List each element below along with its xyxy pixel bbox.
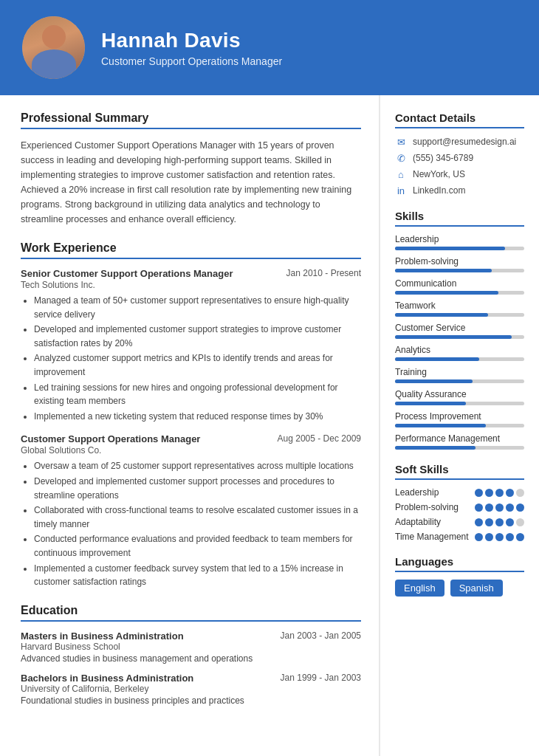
bullet-item: Led training sessions for new hires and … [34, 381, 361, 408]
skill-item: Analytics [395, 345, 524, 361]
job-company: Tech Solutions Inc. [21, 280, 361, 290]
job-header: Customer Support Operations Manager Aug … [21, 433, 361, 444]
edu-school: Harvard Business School [21, 642, 361, 652]
skill-name: Communication [395, 278, 524, 289]
header-text: Hannah Davis Customer Support Operations… [101, 29, 282, 67]
summary-title: Professional Summary [21, 111, 361, 129]
skill-bar-fill [395, 247, 505, 250]
skill-item: Communication [395, 278, 524, 295]
skill-dot [475, 504, 483, 512]
edu-school: University of California, Berkeley [21, 684, 361, 694]
contact-text: support@resumedesign.ai [413, 137, 516, 147]
contact-text: LinkedIn.com [413, 185, 465, 196]
edu-header: Masters in Business Administration Jan 2… [21, 630, 361, 642]
skill-item: Problem-solving [395, 256, 524, 272]
skill-bar-bg [395, 335, 524, 339]
skill-item: Performance Management [395, 433, 524, 450]
skill-bar-fill [395, 313, 488, 317]
skill-name: Process Improvement [395, 411, 524, 422]
skill-item: Training [395, 367, 524, 383]
skill-dot [506, 533, 514, 541]
skill-name: Quality Assurance [395, 389, 524, 399]
skill-bar-bg [395, 424, 524, 427]
work-experience-section: Work Experience Senior Customer Support … [21, 241, 361, 589]
bullet-item: Collaborated with cross-functional teams… [34, 504, 361, 531]
right-column: Contact Details ✉ support@resumedesign.a… [380, 95, 539, 756]
skill-dot [495, 489, 504, 497]
soft-skills-container: Leadership Problem-solving Adaptability … [395, 487, 524, 542]
skill-name: Analytics [395, 345, 524, 355]
skill-dot [495, 533, 504, 541]
edu-degree: Bachelors in Business Administration [21, 673, 193, 684]
skill-dot [485, 518, 493, 526]
soft-skill-name: Adaptability [395, 517, 441, 527]
edu-dates: Jan 2003 - Jan 2005 [281, 630, 361, 641]
edu-desc: Advanced studies in business management … [21, 653, 361, 664]
contact-text: NewYork, US [413, 169, 465, 179]
skill-dot [516, 518, 524, 526]
contact-section: Contact Details ✉ support@resumedesign.a… [395, 111, 524, 196]
skill-bar-bg [395, 247, 524, 250]
skill-name: Training [395, 367, 524, 377]
skill-name: Customer Service [395, 323, 524, 333]
contact-icon: ⌂ [395, 168, 407, 180]
bullet-item: Implemented a customer feedback survey s… [34, 562, 361, 589]
skill-dot [495, 518, 504, 526]
skill-name: Performance Management [395, 433, 524, 444]
resume-header: Hannah Davis Customer Support Operations… [0, 0, 539, 95]
language-tag: English [395, 580, 444, 597]
skill-bar-bg [395, 446, 524, 450]
soft-skills-section: Soft Skills Leadership Problem-solving A… [395, 463, 524, 542]
skills-section: Skills Leadership Problem-solving Commun… [395, 210, 524, 450]
jobs-container: Senior Customer Support Operations Manag… [21, 268, 361, 589]
bullet-item: Managed a team of 50+ customer support r… [34, 294, 361, 321]
body-layout: Professional Summary Experienced Custome… [0, 95, 539, 756]
skill-item: Quality Assurance [395, 389, 524, 405]
avatar-image [22, 16, 85, 79]
summary-text: Experienced Customer Support Operations … [21, 138, 361, 227]
contact-text: (555) 345-6789 [413, 153, 473, 163]
skill-dot [516, 533, 524, 541]
skill-bar-fill [395, 291, 498, 295]
education-title: Education [21, 604, 361, 622]
skills-container: Leadership Problem-solving Communication… [395, 234, 524, 450]
contact-item: ✆ (555) 345-6789 [395, 152, 524, 164]
skill-dots [475, 518, 524, 526]
skill-bar-fill [395, 357, 479, 361]
skill-dots [475, 533, 524, 541]
job-bullets: Oversaw a team of 25 customer support re… [21, 459, 361, 588]
job-header: Senior Customer Support Operations Manag… [21, 268, 361, 279]
skill-bar-bg [395, 269, 524, 272]
job-company: Global Solutions Co. [21, 445, 361, 456]
job-title: Customer Support Operations Manager [21, 433, 200, 444]
bullet-item: Developed and implemented customer suppo… [34, 475, 361, 502]
edu-dates: Jan 1999 - Jan 2003 [281, 673, 361, 683]
skill-bar-bg [395, 402, 524, 405]
job-dates: Jan 2010 - Present [286, 268, 361, 278]
skill-dot [475, 489, 483, 497]
skill-bar-fill [395, 269, 492, 272]
contact-container: ✉ support@resumedesign.ai ✆ (555) 345-67… [395, 136, 524, 196]
edu-desc: Foundational studies in business princip… [21, 695, 361, 706]
job-dates: Aug 2005 - Dec 2009 [278, 433, 361, 444]
skill-dot [516, 504, 524, 512]
contact-title: Contact Details [395, 111, 524, 128]
skill-item: Leadership [395, 234, 524, 250]
bullet-item: Implemented a new ticketing system that … [34, 410, 361, 424]
skill-dot [475, 518, 483, 526]
candidate-title: Customer Support Operations Manager [101, 55, 282, 67]
summary-section: Professional Summary Experienced Custome… [21, 111, 361, 227]
language-tag: Spanish [450, 580, 503, 597]
skill-dot [506, 489, 514, 497]
skill-name: Teamwork [395, 300, 524, 311]
skill-dot [516, 489, 524, 497]
education-item: Masters in Business Administration Jan 2… [21, 630, 361, 664]
skill-dots [475, 489, 524, 497]
edu-degree: Masters in Business Administration [21, 630, 184, 642]
candidate-name: Hannah Davis [101, 29, 282, 52]
bullet-item: Conducted performance evaluations and pr… [34, 532, 361, 560]
skill-bar-bg [395, 357, 524, 361]
skill-bar-fill [395, 446, 476, 450]
skill-bar-bg [395, 313, 524, 317]
job-item: Senior Customer Support Operations Manag… [21, 268, 361, 423]
